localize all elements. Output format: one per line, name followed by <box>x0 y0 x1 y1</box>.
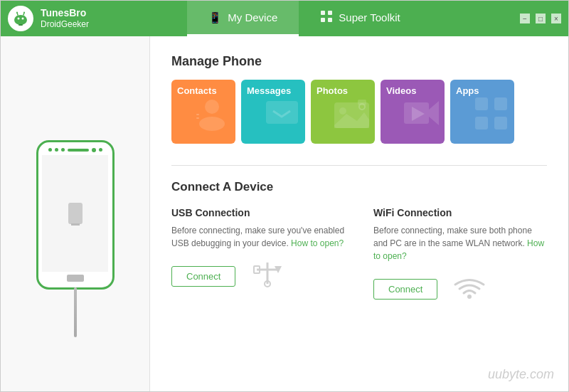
card-photos[interactable]: Photos <box>311 80 375 144</box>
phone-camera <box>92 148 96 152</box>
card-messages[interactable]: Messages <box>241 80 305 144</box>
svg-point-19 <box>339 107 346 115</box>
wifi-connection-desc: Before connecting, make sure both phone … <box>373 224 547 263</box>
phone-speaker <box>68 149 89 152</box>
svg-rect-29 <box>494 117 507 129</box>
maximize-button[interactable]: □ <box>536 14 546 23</box>
svg-rect-26 <box>475 97 488 110</box>
usb-connect-button[interactable]: Connect <box>171 266 235 287</box>
videos-card-icon <box>402 94 441 140</box>
usb-icon <box>250 259 285 293</box>
connect-section-title: Connect A Device <box>171 165 547 194</box>
usb-connection-desc: Before connecting, make sure you've enab… <box>171 224 345 250</box>
phone-dot <box>48 148 52 152</box>
photos-card-icon <box>332 94 371 140</box>
phone-screen <box>42 155 109 272</box>
main-content: Manage Phone Contacts Messages <box>1 36 568 392</box>
svg-point-6 <box>16 12 18 14</box>
phone-illustration <box>36 140 115 290</box>
nav-tabs: 📱 My Device Super Toolkit <box>187 1 421 36</box>
apps-card-icon <box>472 94 511 140</box>
usb-cable <box>74 287 77 337</box>
svg-point-7 <box>23 12 25 14</box>
tab-super-toolkit[interactable]: Super Toolkit <box>299 1 421 36</box>
wifi-connection-option: WiFi Connection Before connecting, make … <box>373 207 547 306</box>
manage-cards: Contacts Messages <box>171 80 547 144</box>
svg-rect-11 <box>321 18 325 22</box>
manage-phone-title: Manage Phone <box>171 54 547 69</box>
wifi-connect-button[interactable]: Connect <box>373 279 437 300</box>
contacts-card-icon <box>193 94 232 140</box>
watermark: uubyte.com <box>488 367 554 382</box>
phone-dot2 <box>55 148 58 152</box>
toolkit-icon <box>320 10 333 25</box>
minimize-button[interactable]: − <box>520 14 530 23</box>
svg-rect-1 <box>16 16 25 23</box>
svg-rect-22 <box>358 100 366 105</box>
svg-rect-8 <box>18 24 23 26</box>
right-panel: Manage Phone Contacts Messages <box>150 36 568 392</box>
wifi-connection-title: WiFi Connection <box>373 207 547 218</box>
svg-rect-27 <box>494 97 507 110</box>
messages-card-icon <box>262 94 302 140</box>
svg-point-2 <box>18 18 20 20</box>
phone-icon: 📱 <box>208 11 222 24</box>
app-logo <box>8 6 33 31</box>
usb-connection-title: USB Connection <box>171 207 345 218</box>
svg-rect-16 <box>196 117 199 119</box>
connect-options: USB Connection Before connecting, make s… <box>171 207 547 306</box>
window-controls: − □ × <box>520 14 561 23</box>
usb-connection-option: USB Connection Before connecting, make s… <box>171 207 345 306</box>
phone-bottom-port <box>67 275 84 282</box>
svg-point-14 <box>199 117 225 131</box>
usb-connect-row: Connect <box>171 259 345 293</box>
svg-point-13 <box>205 100 219 114</box>
wifi-icon <box>452 272 487 306</box>
svg-point-3 <box>22 18 24 20</box>
card-contacts[interactable]: Contacts <box>171 80 235 144</box>
left-panel <box>1 36 150 392</box>
svg-rect-9 <box>321 11 325 15</box>
svg-rect-12 <box>328 18 332 22</box>
title-bar: TunesBro DroidGeeker 📱 My Device Super T… <box>1 1 568 36</box>
usb-how-to-link[interactable]: How to open? <box>291 238 344 248</box>
phone-dot3 <box>61 148 65 152</box>
svg-marker-24 <box>429 101 439 125</box>
tab-my-device[interactable]: 📱 My Device <box>187 1 299 36</box>
svg-point-35 <box>467 295 472 299</box>
svg-rect-17 <box>266 101 298 124</box>
card-videos[interactable]: Videos <box>381 80 445 144</box>
svg-rect-10 <box>328 11 332 15</box>
app-name: TunesBro DroidGeeker <box>41 6 89 31</box>
svg-rect-15 <box>196 114 199 115</box>
phone-top <box>48 148 102 152</box>
phone-dot4 <box>99 148 102 152</box>
close-button[interactable]: × <box>551 14 561 23</box>
card-apps[interactable]: Apps <box>450 80 514 144</box>
wifi-connect-row: Connect <box>373 272 547 306</box>
svg-rect-28 <box>475 117 488 129</box>
title-bar-left: TunesBro DroidGeeker <box>8 6 89 31</box>
